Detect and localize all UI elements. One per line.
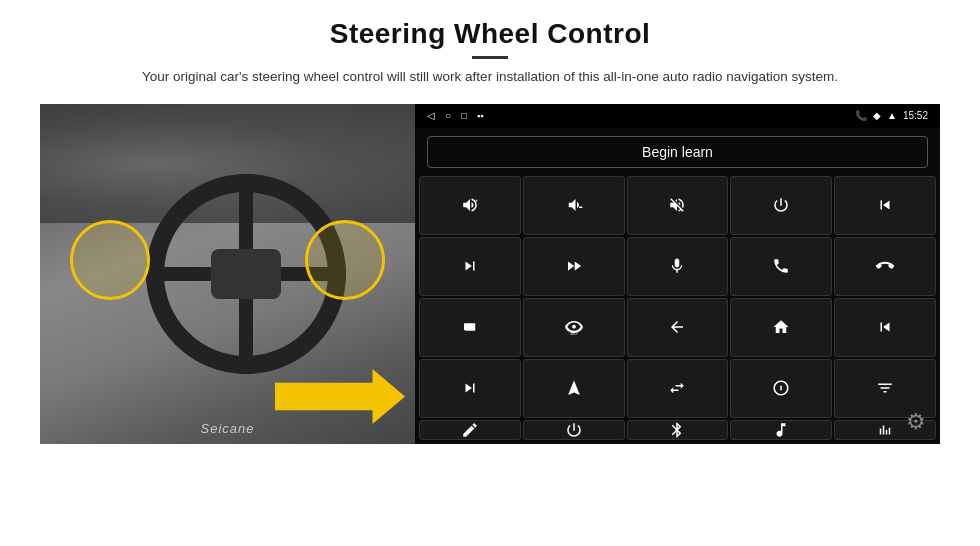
direction-arrow: [275, 369, 405, 424]
power-button[interactable]: [730, 176, 832, 235]
bluetooth-button[interactable]: [627, 420, 729, 440]
music-button[interactable]: [730, 420, 832, 440]
watermark-text: Seicane: [201, 421, 255, 436]
settings-button[interactable]: ⚙: [900, 406, 932, 438]
car-image-container: Seicane: [40, 104, 415, 444]
skip-forward-button[interactable]: [419, 359, 521, 418]
volume-up-button[interactable]: +: [419, 176, 521, 235]
pen-button[interactable]: [419, 420, 521, 440]
controls-grid: +: [415, 176, 940, 444]
fast-forward-button[interactable]: [523, 237, 625, 296]
svg-text:+: +: [474, 197, 478, 203]
title-divider: [472, 56, 508, 59]
notification-icon: ▪▪: [477, 111, 483, 121]
home-button[interactable]: [730, 298, 832, 357]
navigate-button[interactable]: [523, 359, 625, 418]
page-title: Steering Wheel Control: [142, 18, 838, 50]
status-bar: ◁ ○ □ ▪▪ 📞 ◆ ▲ 15:52: [415, 104, 940, 128]
prev-track-button[interactable]: [834, 176, 936, 235]
phone-status-icon: 📞: [855, 110, 867, 121]
head-unit-screen: ◁ ○ □ ▪▪ 📞 ◆ ▲ 15:52 Begin learn +: [415, 104, 940, 444]
back-nav-icon[interactable]: ◁: [427, 110, 435, 121]
camera-360-button[interactable]: 360°: [523, 298, 625, 357]
wifi-icon: ◆: [873, 110, 881, 121]
svg-text:360°: 360°: [570, 332, 578, 336]
begin-learn-button[interactable]: Begin learn: [427, 136, 928, 168]
highlight-circle-right: [305, 220, 385, 300]
skip-back-button[interactable]: [834, 298, 936, 357]
microphone-button[interactable]: [627, 237, 729, 296]
record-button[interactable]: [730, 359, 832, 418]
highlight-circle-left: [70, 220, 150, 300]
car-background: Seicane: [40, 104, 415, 444]
home-nav-icon[interactable]: ○: [445, 110, 451, 121]
sw-center-hub: [211, 249, 281, 299]
hangup-button[interactable]: [834, 237, 936, 296]
recents-nav-icon[interactable]: □: [461, 110, 467, 121]
mute-button[interactable]: [627, 176, 729, 235]
status-bar-left: ◁ ○ □ ▪▪: [427, 110, 483, 121]
page-wrapper: Steering Wheel Control Your original car…: [0, 0, 980, 546]
camera-button[interactable]: [419, 298, 521, 357]
clock: 15:52: [903, 110, 928, 121]
swap-button[interactable]: [627, 359, 729, 418]
arrow-container: [275, 369, 405, 424]
power-circle-button[interactable]: [523, 420, 625, 440]
subtitle-text: Your original car's steering wheel contr…: [142, 67, 838, 88]
content-area: Seicane ◁ ○ □ ▪▪ 📞 ◆ ▲ 15:52: [40, 104, 940, 444]
play-next-button[interactable]: [419, 237, 521, 296]
title-section: Steering Wheel Control Your original car…: [142, 18, 838, 88]
signal-icon: ▲: [887, 110, 897, 121]
phone-call-button[interactable]: [730, 237, 832, 296]
volume-down-button[interactable]: [523, 176, 625, 235]
status-bar-right: 📞 ◆ ▲ 15:52: [855, 110, 928, 121]
back-button[interactable]: [627, 298, 729, 357]
